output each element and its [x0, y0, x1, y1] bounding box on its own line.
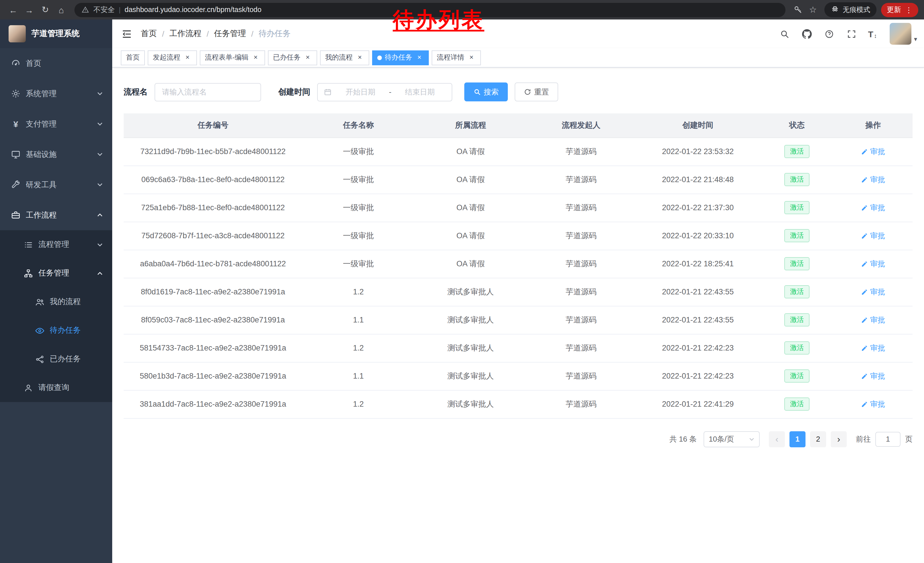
cell-process: 测试多审批人 — [414, 362, 527, 390]
tab-label: 首页 — [126, 53, 140, 62]
cell-status: 激活 — [760, 278, 834, 306]
sidebar-item-infrastructure[interactable]: 基础设施 — [0, 139, 112, 170]
calendar-icon — [324, 88, 332, 96]
address-bar[interactable]: 不安全 | dashboard.yudao.iocoder.cn/bpm/tas… — [74, 3, 786, 17]
tab-process-form-edit[interactable]: 流程表单-编辑× — [200, 50, 265, 65]
approve-button[interactable]: 审批 — [861, 146, 885, 157]
cell-task-name: 1.2 — [302, 278, 414, 306]
cell-task-name: 1.2 — [302, 334, 414, 362]
breadcrumb-task-management[interactable]: 任务管理 — [214, 29, 246, 39]
next-page-button[interactable]: › — [831, 431, 847, 447]
cell-action: 审批 — [834, 222, 912, 250]
breadcrumb-separator: / — [251, 29, 254, 38]
approve-button[interactable]: 审批 — [861, 371, 885, 381]
star-icon[interactable]: ☆ — [806, 3, 820, 17]
approve-button[interactable]: 审批 — [861, 315, 885, 325]
back-icon[interactable]: ← — [6, 2, 21, 17]
search-icon[interactable] — [779, 28, 790, 39]
table-row: 73211d9d-7b9b-11ec-b5b7-acde48001122 一级审… — [124, 137, 912, 165]
page-1-button[interactable]: 1 — [789, 431, 806, 447]
key-icon[interactable] — [791, 3, 805, 17]
breadcrumb-home[interactable]: 首页 — [141, 29, 157, 39]
sidebar-item-label: 请假查询 — [38, 383, 69, 393]
github-icon[interactable] — [801, 28, 813, 39]
tab-close-icon[interactable]: × — [467, 53, 476, 62]
reload-icon[interactable]: ↻ — [38, 2, 52, 17]
sidebar-item-leave-query[interactable]: 请假查询 — [0, 374, 112, 402]
prev-page-button[interactable]: ‹ — [769, 431, 785, 447]
cell-task-name: 一级审批 — [302, 250, 414, 278]
tab-label: 我的流程 — [325, 53, 352, 62]
app-title: 芋道管理系统 — [32, 29, 80, 39]
sidebar-item-label: 我的流程 — [50, 297, 81, 307]
tab-close-icon[interactable]: × — [415, 53, 424, 62]
sidebar-item-task-management[interactable]: 任务管理 — [0, 259, 112, 288]
cell-task-id: 73211d9d-7b9b-11ec-b5b7-acde48001122 — [124, 137, 302, 165]
sidebar-item-home[interactable]: 首页 — [0, 48, 112, 78]
search-button-label: 搜索 — [484, 87, 499, 97]
sidebar-item-payment[interactable]: ¥ 支付管理 — [0, 109, 112, 139]
goto-label: 前往 — [856, 434, 871, 444]
process-name-input[interactable] — [154, 83, 261, 101]
tab-done-tasks[interactable]: 已办任务× — [268, 50, 317, 65]
page-2-button[interactable]: 2 — [810, 431, 826, 447]
tab-close-icon[interactable]: × — [251, 53, 260, 62]
home-icon[interactable]: ⌂ — [54, 2, 69, 17]
browser-menu-icon[interactable]: ⋮ — [905, 6, 912, 14]
tab-process-detail[interactable]: 流程详情× — [432, 50, 481, 65]
user-menu[interactable]: ▾ — [890, 23, 917, 45]
cell-process: OA 请假 — [414, 194, 527, 222]
approve-button[interactable]: 审批 — [861, 399, 885, 409]
sidebar-item-my-process[interactable]: 我的流程 — [0, 288, 112, 316]
sidebar-item-done-tasks[interactable]: 已办任务 — [0, 345, 112, 374]
cell-create-time: 2022-01-21 22:43:55 — [636, 278, 760, 306]
approve-button[interactable]: 审批 — [861, 231, 885, 241]
app-logo-row[interactable]: 芋道管理系统 — [0, 20, 112, 48]
approve-button[interactable]: 审批 — [861, 343, 885, 353]
sidebar-toggle-icon[interactable] — [112, 20, 141, 48]
cell-action: 审批 — [834, 362, 912, 390]
approve-button[interactable]: 审批 — [861, 258, 885, 269]
breadcrumb-workflow[interactable]: 工作流程 — [170, 29, 201, 39]
font-size-icon[interactable]: T↕ — [868, 29, 877, 39]
tab-close-icon[interactable]: × — [356, 53, 364, 62]
sidebar-item-system[interactable]: 系统管理 — [0, 78, 112, 109]
tab-my-process[interactable]: 我的流程× — [320, 50, 369, 65]
tab-home[interactable]: 首页 — [121, 50, 145, 65]
create-time-label: 创建时间 — [278, 87, 310, 97]
fullscreen-icon[interactable] — [846, 28, 857, 39]
sidebar-item-label: 研发工具 — [26, 180, 57, 190]
search-button[interactable]: 搜索 — [464, 83, 508, 101]
tab-close-icon[interactable]: × — [303, 53, 312, 62]
page-size-select[interactable]: 10条/页 — [704, 431, 760, 447]
cell-process: OA 请假 — [414, 222, 527, 250]
help-icon[interactable] — [824, 28, 835, 39]
cell-action: 审批 — [834, 334, 912, 362]
approve-button[interactable]: 审批 — [861, 203, 885, 213]
reset-button[interactable]: 重置 — [514, 83, 558, 101]
cell-action: 审批 — [834, 306, 912, 334]
update-button[interactable]: 更新 ⋮ — [881, 3, 918, 17]
sidebar-item-process-management[interactable]: 流程管理 — [0, 230, 112, 259]
date-range-picker[interactable]: 开始日期 - 结束日期 — [317, 83, 452, 101]
tab-todo-tasks[interactable]: 待办任务× — [372, 50, 429, 65]
approve-button[interactable]: 审批 — [861, 287, 885, 297]
cell-status: 激活 — [760, 194, 834, 222]
sidebar-item-workflow[interactable]: 工作流程 — [0, 200, 112, 230]
sidebar-item-dev-tools[interactable]: 研发工具 — [0, 170, 112, 200]
breadcrumb-separator: / — [207, 29, 209, 38]
tab-label: 已办任务 — [273, 53, 300, 62]
cell-create-time: 2022-01-21 22:42:23 — [636, 334, 760, 362]
process-name-label: 流程名 — [124, 87, 148, 97]
tab-close-icon[interactable]: × — [183, 53, 192, 62]
approve-button[interactable]: 审批 — [861, 174, 885, 185]
cell-task-id: 75d72608-7b7f-11ec-a3c8-acde48001122 — [124, 222, 302, 250]
cell-process: OA 请假 — [414, 137, 527, 165]
forward-icon[interactable]: → — [22, 2, 37, 17]
list-icon — [24, 240, 33, 249]
sidebar-item-todo-tasks[interactable]: 待办任务 — [0, 316, 112, 345]
tab-start-process[interactable]: 发起流程× — [148, 50, 197, 65]
sidebar-item-label: 系统管理 — [26, 89, 57, 99]
cell-status: 激活 — [760, 334, 834, 362]
goto-page-input[interactable] — [875, 432, 900, 446]
